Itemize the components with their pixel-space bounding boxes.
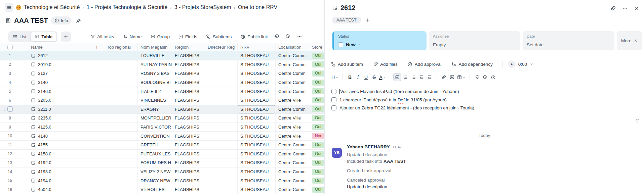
- column-header-directeur[interactable]: Directeur Rég: [205, 43, 238, 51]
- link-button[interactable]: [440, 73, 448, 81]
- directeur-cell[interactable]: [205, 176, 238, 185]
- bold-button[interactable]: B: [346, 73, 354, 81]
- select-all-checkbox[interactable]: [7, 45, 13, 50]
- store-cell[interactable]: Oui: [309, 141, 324, 149]
- store-cell[interactable]: Oui: [309, 105, 324, 114]
- top-regional-cell[interactable]: [104, 123, 138, 132]
- table-row[interactable]: 10 4148 CONVENTION FLAGSHIPS S.THOUSEAU …: [0, 132, 324, 141]
- filter-all-tasks-button[interactable]: All tasks: [90, 34, 114, 39]
- store-cell[interactable]: Oui: [309, 96, 324, 105]
- drag-handle-icon[interactable]: [2, 106, 6, 112]
- localisation-cell[interactable]: Centre Comm: [276, 185, 309, 194]
- rrv-cell[interactable]: S.THOUSEAU: [238, 114, 276, 123]
- bullet-list-button[interactable]: [409, 73, 417, 81]
- name-cell[interactable]: 4125.0: [20, 123, 104, 132]
- name-cell[interactable]: 3205.0: [20, 96, 104, 105]
- rrv-cell[interactable]: S.THOUSEAU: [238, 69, 276, 78]
- region-cell[interactable]: FLAGSHIPS: [172, 51, 205, 60]
- more-fields-button[interactable]: More: [617, 31, 642, 50]
- checklist-item[interactable]: Ajouter un Zebra TC22 idéalement - (des …: [331, 104, 474, 112]
- top-regional-cell[interactable]: [104, 69, 138, 78]
- localisation-cell[interactable]: Centre Comm: [276, 176, 309, 185]
- name-cell[interactable]: 3211.0: [20, 105, 104, 114]
- localisation-cell[interactable]: Centre Ville: [276, 132, 309, 140]
- table-row[interactable]: 5 3146.0 ITALIE II 2 FLAGSHIPS S.THOUSEA…: [0, 87, 324, 96]
- localisation-cell[interactable]: Centre Ville: [276, 123, 309, 132]
- rrv-cell[interactable]: S.THOUSEAU: [238, 176, 276, 185]
- nom-magasin-cell[interactable]: MONTPELLIER: [138, 114, 172, 123]
- top-regional-cell[interactable]: [104, 132, 138, 140]
- rrv-cell[interactable]: S.THOUSEAU: [238, 87, 276, 96]
- close-icon[interactable]: [634, 6, 639, 11]
- top-regional-cell[interactable]: [104, 141, 138, 149]
- region-cell[interactable]: FLAGSHIPS: [172, 87, 205, 96]
- name-cell[interactable]: 4148: [20, 132, 104, 140]
- fields-button[interactable]: Fields: [178, 34, 197, 39]
- name-cell[interactable]: 3140: [20, 78, 104, 87]
- column-header-top-regional[interactable]: Top régional: [104, 43, 138, 51]
- localisation-cell[interactable]: Centre Comm: [276, 105, 309, 114]
- play-button[interactable]: [508, 60, 516, 68]
- name-cell[interactable]: 3235.0: [20, 114, 104, 123]
- name-cell[interactable]: 4192.0: [20, 158, 104, 167]
- rrv-cell[interactable]: S.THOUSEAU: [238, 132, 276, 140]
- region-cell[interactable]: FLAGSHIPS: [172, 185, 205, 194]
- store-cell[interactable]: Non: [309, 132, 324, 140]
- name-cell[interactable]: 4504.0: [20, 185, 104, 194]
- store-cell[interactable]: Oui: [309, 69, 324, 78]
- column-header-region[interactable]: Région: [172, 43, 205, 51]
- table-row[interactable]: 9 4125.0 PARIS VICTOR FLAGSHIPS S.THOUSE…: [0, 123, 324, 132]
- localisation-cell[interactable]: Centre Comm: [276, 51, 309, 60]
- directeur-cell[interactable]: [205, 60, 238, 69]
- table-row[interactable]: 4 3140 BOULOGNE BI FLAGSHIPS S.THOUSEAU …: [0, 78, 324, 87]
- column-header-rrv[interactable]: RRV: [238, 43, 276, 51]
- list-tag[interactable]: AAA TEST: [332, 17, 361, 23]
- top-regional-cell[interactable]: [104, 150, 138, 158]
- region-cell[interactable]: FLAGSHIPS: [172, 167, 205, 176]
- directeur-cell[interactable]: [205, 105, 238, 114]
- table-row[interactable]: 7 3211.0 ERAGNY FLAGSHIPS S.THOUSEAU Cen…: [0, 105, 324, 114]
- add-files-button[interactable]: Add files: [373, 62, 398, 67]
- top-regional-cell[interactable]: [104, 114, 138, 123]
- region-cell[interactable]: FLAGSHIPS: [172, 114, 205, 123]
- directeur-cell[interactable]: [205, 78, 238, 87]
- top-regional-cell[interactable]: [104, 105, 138, 114]
- directeur-cell[interactable]: [205, 185, 238, 194]
- localisation-cell[interactable]: Centre Comm: [276, 78, 309, 87]
- group-button[interactable]: Group: [151, 34, 170, 39]
- region-cell[interactable]: FLAGSHIPS: [172, 69, 205, 78]
- rrv-cell[interactable]: S.THOUSEAU: [238, 78, 276, 87]
- directeur-cell[interactable]: [205, 158, 238, 167]
- table-insert-button[interactable]: [456, 73, 467, 81]
- table-row[interactable]: 8 3235.0 MONTPELLIER FLAGSHIPS S.THOUSEA…: [0, 114, 324, 123]
- table-row[interactable]: 15 4194.0 DRANCY NEW FLAGSHIPS S.THOUSEA…: [0, 176, 324, 185]
- table-row[interactable]: 12 4158.0 PUTEAUX LES FLAGSHIPS S.THOUSE…: [0, 150, 324, 159]
- rrv-cell[interactable]: S.THOUSEAU: [238, 105, 276, 114]
- table-row[interactable]: 14 4193.0 VELIZY 2 NEW FLAGSHIPS S.THOUS…: [0, 167, 324, 177]
- directeur-cell[interactable]: [205, 87, 238, 96]
- rrv-cell[interactable]: S.THOUSEAU: [238, 141, 276, 149]
- store-cell[interactable]: Oui: [309, 176, 324, 185]
- avatar[interactable]: YB: [332, 148, 342, 158]
- add-view-button[interactable]: [61, 32, 71, 42]
- directeur-cell[interactable]: [205, 51, 238, 60]
- top-regional-cell[interactable]: [104, 96, 138, 105]
- localisation-cell[interactable]: Centre Comm: [276, 150, 309, 158]
- undo-button[interactable]: [274, 34, 279, 39]
- directeur-cell[interactable]: [205, 141, 238, 149]
- outdent-button[interactable]: [417, 73, 426, 81]
- table-row[interactable]: 1 2612 TOURVILLE FLAGSHIPS S.THOUSEAU Ce…: [0, 51, 324, 60]
- time-tracker[interactable]: 0:00: [508, 60, 533, 68]
- rrv-cell[interactable]: S.THOUSEAU: [238, 167, 276, 176]
- pin-icon[interactable]: [76, 18, 81, 23]
- more-options-button[interactable]: [297, 34, 302, 39]
- store-cell[interactable]: Oui: [309, 87, 324, 96]
- nom-magasin-cell[interactable]: FORUM DES H: [138, 158, 172, 167]
- top-regional-cell[interactable]: [104, 87, 138, 96]
- store-cell[interactable]: Oui: [309, 51, 324, 60]
- rrv-cell[interactable]: S.THOUSEAU: [238, 96, 276, 105]
- top-regional-cell[interactable]: [104, 60, 138, 69]
- status-field[interactable]: Status New: [332, 31, 427, 50]
- name-cell[interactable]: 3127: [20, 69, 104, 78]
- directeur-cell[interactable]: [205, 167, 238, 176]
